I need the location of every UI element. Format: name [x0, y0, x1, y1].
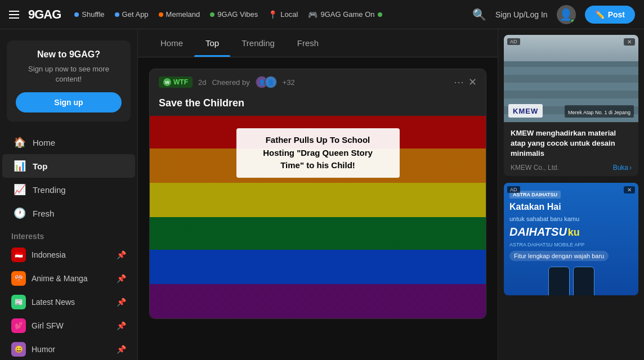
plus-count: +32: [283, 78, 295, 87]
sidebar-item-fresh[interactable]: 🕐 Fresh: [2, 201, 135, 225]
post-text-overlay: Father Pulls Up To School Hosting "Drag …: [236, 128, 400, 178]
daihatsu-greeting: Katakan Hai: [509, 202, 561, 212]
daihatsu-header: ASTRA DAIHATSU: [509, 191, 633, 199]
ad-title-kmew: KMEW menghadirkan material atap yang coc…: [511, 128, 632, 159]
post-image: Father Pulls Up To School Hosting "Drag …: [150, 116, 486, 318]
signup-description: Sign up now to see more content!: [16, 64, 122, 84]
pencil-icon: ✏️: [595, 10, 605, 19]
search-button[interactable]: 🔍: [472, 8, 486, 21]
ad-image-kmew: KMEW Merek Atap No. 1 di Jepang: [504, 35, 638, 122]
nav-item-local[interactable]: 📍 Local: [263, 8, 302, 21]
kmew-brand-label: KMEW: [513, 107, 538, 115]
tab-trending[interactable]: Trending: [230, 29, 286, 57]
tab-fresh[interactable]: Fresh: [286, 29, 330, 57]
wtf-tag-icon: W: [163, 78, 171, 86]
cheered-by-label: Cheered by: [212, 78, 249, 87]
tab-top[interactable]: Top: [194, 29, 230, 57]
sidebar-item-news[interactable]: 📰 Latest News 📌: [0, 290, 137, 314]
right-sidebar: AD ✕ KMEW Merek Atap No. 1 di Jepang KME…: [498, 29, 644, 360]
nav-item-game-on[interactable]: 🎮 9GAG Game On: [303, 8, 386, 21]
nav-item-shuffle[interactable]: Shuffle: [70, 8, 109, 21]
girl-icon: 💕: [11, 318, 26, 333]
daihatsu-app-label: ASTRA DAIHATSU MOBILE APP: [509, 242, 584, 248]
nav-item-memeland[interactable]: Memeland: [154, 8, 205, 21]
nav-item-vibes[interactable]: 9GAG Vibes: [205, 8, 262, 21]
daihatsu-logo-row: DAIHATSU ku: [509, 226, 580, 238]
post-header: W WTF 2d Cheered by 👤 👤 +32 ⋯ ✕: [150, 69, 486, 95]
ad-body-kmew: KMEW menghadirkan material atap yang coc…: [504, 122, 638, 176]
post-title: Save the Children: [150, 95, 486, 116]
content-main: W WTF 2d Cheered by 👤 👤 +32 ⋯ ✕ Save: [138, 57, 498, 330]
daihatsu-phones: [548, 267, 594, 295]
hamburger-menu[interactable]: [9, 11, 19, 19]
daihatsu-ku: ku: [568, 227, 580, 238]
header-nav: Shuffle Get App Memeland 9GAG Vibes 📍 Lo…: [70, 8, 386, 21]
ad-label-2: AD: [507, 186, 520, 193]
daihatsu-filter: Fitur lengkap dengan wajah baru: [509, 251, 609, 261]
phone-1: [548, 267, 570, 295]
content-area: Home Top Trending Fresh W WTF 2d Cheered…: [138, 29, 498, 360]
news-icon: 📰: [11, 295, 26, 309]
ad-company-kmew: KMEW Co., Ltd.: [511, 164, 559, 172]
trending-icon: 📈: [14, 183, 26, 196]
sidebar-item-girl-sfw[interactable]: 💕 Girl SFW 📌: [0, 314, 137, 338]
home-icon: 🏠: [14, 136, 26, 148]
post-button[interactable]: ✏️ Post: [585, 6, 635, 24]
sidebar-item-anime[interactable]: 🎌 Anime & Manga 📌: [0, 267, 137, 290]
sidebar-item-indonesia[interactable]: 🇮🇩 Indonesia 📌: [0, 243, 137, 267]
top-icon: 📊: [14, 160, 26, 172]
header-right: 🔍 Sign Up/Log In 👤 ✏️ Post: [472, 5, 635, 24]
daihatsu-brand: DAIHATSU: [509, 226, 567, 238]
signup-title: New to 9GAG?: [16, 50, 122, 60]
post-tag: W WTF: [159, 76, 193, 88]
interests-header: Interests: [0, 225, 137, 243]
ad-close-button-2[interactable]: ✕: [624, 186, 635, 194]
tab-home[interactable]: Home: [149, 29, 194, 57]
post-card: W WTF 2d Cheered by 👤 👤 +32 ⋯ ✕ Save: [149, 69, 486, 319]
sidebar-item-top[interactable]: 📊 Top: [2, 154, 135, 178]
daihatsu-sub: untuk sahabat baru kamu: [509, 215, 579, 222]
close-post-button[interactable]: ✕: [468, 76, 477, 88]
logo[interactable]: 9GAG: [28, 7, 61, 22]
ad-footer-kmew: KMEW Co., Ltd. Buka ›: [511, 164, 632, 172]
sidebar-nav: 🏠 Home 📊 Top 📈 Trending 🕐 Fresh: [0, 130, 137, 225]
sign-up-link[interactable]: Sign Up/Log In: [495, 10, 548, 19]
pin-icon[interactable]: 📌: [117, 250, 126, 259]
user-avatar[interactable]: 👤: [557, 5, 576, 24]
pin-icon-anime[interactable]: 📌: [117, 274, 126, 283]
ad-card-kmew: AD ✕ KMEW Merek Atap No. 1 di Jepang KME…: [504, 35, 638, 176]
content-tabs: Home Top Trending Fresh: [138, 29, 498, 57]
cheered-avatars: 👤 👤: [256, 76, 277, 88]
ad-card-daihatsu: AD ✕ ASTRA DAIHATSU Katakan Hai untuk sa…: [504, 183, 638, 295]
chevron-right-icon: ›: [629, 164, 632, 172]
sidebar-item-humor[interactable]: 😄 Humor 📌: [0, 338, 137, 360]
pin-icon-girl[interactable]: 📌: [117, 321, 126, 330]
phone-2: [573, 267, 594, 295]
anime-icon: 🎌: [11, 271, 26, 286]
post-time: 2d: [198, 78, 206, 87]
signup-card: New to 9GAG? Sign up now to see more con…: [7, 40, 131, 122]
kmew-tagline: Merek Atap No. 1 di Jepang: [568, 110, 630, 115]
left-sidebar: New to 9GAG? Sign up now to see more con…: [0, 29, 138, 360]
post-actions: ⋯ ✕: [454, 76, 477, 88]
ad-label-1: AD: [507, 38, 520, 45]
fresh-icon: 🕐: [14, 207, 26, 219]
ad-image-daihatsu: ASTRA DAIHATSU Katakan Hai untuk sahabat…: [504, 183, 638, 295]
header: 9GAG Shuffle Get App Memeland 9GAG Vibes…: [0, 0, 644, 29]
sidebar-item-trending[interactable]: 📈 Trending: [2, 178, 135, 201]
ad-open-button-kmew[interactable]: Buka ›: [613, 164, 632, 172]
nav-item-get-app[interactable]: Get App: [110, 8, 153, 21]
pin-icon-news[interactable]: 📌: [117, 298, 126, 307]
sidebar-signup-button[interactable]: Sign up: [16, 92, 122, 112]
more-options-button[interactable]: ⋯: [454, 76, 464, 88]
indonesia-icon: 🇮🇩: [11, 248, 26, 262]
sidebar-item-home[interactable]: 🏠 Home: [2, 130, 135, 154]
ad-close-button-1[interactable]: ✕: [624, 38, 635, 46]
avatar-2: 👤: [265, 76, 277, 88]
pin-icon-humor[interactable]: 📌: [117, 345, 126, 354]
humor-icon: 😄: [11, 342, 26, 357]
